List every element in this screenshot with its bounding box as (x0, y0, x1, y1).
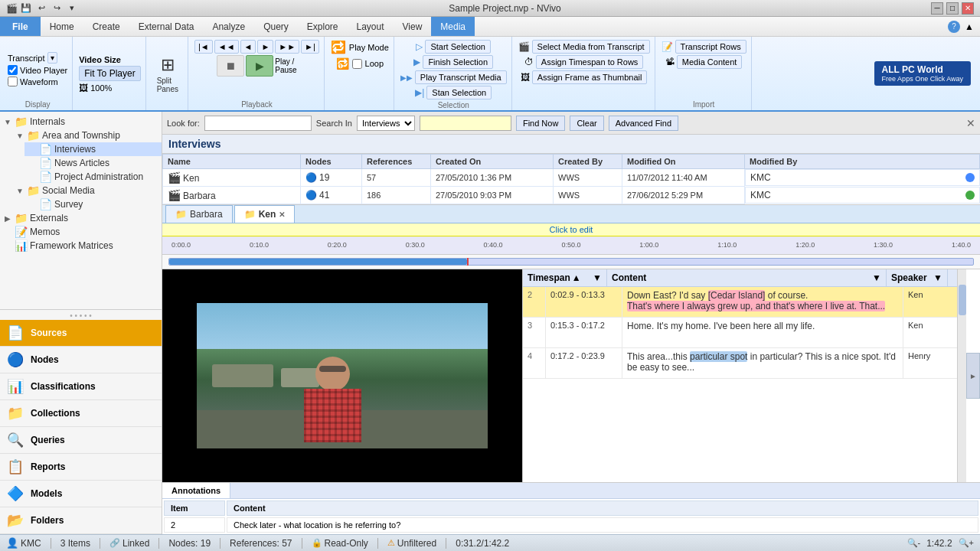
assign-timespan-rows-btn[interactable]: Assign Timespan to Rows (536, 55, 644, 69)
ken-tab-close[interactable]: ✕ (279, 210, 285, 219)
play-transcript-media-btn[interactable]: Play Transcript Media (415, 70, 507, 84)
tree-item-project-admin[interactable]: 📄 Project Administration (24, 170, 162, 184)
menu-media[interactable]: Media (431, 17, 475, 36)
redo-quick-btn[interactable]: ↪ (50, 2, 64, 15)
tab-barbara[interactable]: 📁 Barbara (165, 205, 233, 223)
menu-query[interactable]: Query (254, 17, 298, 36)
table-row[interactable]: 🎬 Ken 🔵 19 57 27/05/2010 1:36 PM WWS 11/… (163, 169, 980, 187)
sidebar-nav-reports[interactable]: 📋 Reports (0, 454, 162, 481)
select-media-from-transcript-btn[interactable]: Select Media from Transcript (532, 40, 650, 54)
tree-item-interviews[interactable]: 📄 Interviews (24, 142, 162, 156)
tree-item-memos[interactable]: 📝 Memos (0, 225, 162, 239)
sidebar-tree[interactable]: ▼ 📁 Internals ▼ 📁 Area and Township 📄 In… (0, 112, 162, 308)
expand-internals[interactable]: ▼ (3, 117, 12, 126)
menu-external-data[interactable]: External Data (129, 17, 204, 36)
advanced-find-btn[interactable]: Advanced Find (609, 116, 678, 131)
timespan-filter-icon[interactable]: ▼ (593, 272, 602, 283)
timeline-track[interactable] (168, 258, 974, 266)
zoom-out-icon[interactable]: 🔍- (907, 538, 921, 548)
sidebar-nav-classifications[interactable]: 📊 Classifications (0, 373, 162, 400)
maximize-btn[interactable]: □ (946, 2, 959, 15)
col-created-by[interactable]: Created By (554, 155, 622, 169)
sidebar-nav-collections[interactable]: 📁 Collections (0, 400, 162, 427)
transcript-row-2[interactable]: 2 0:02.9 - 0:13.3 Down East? I'd say [Ce… (523, 287, 957, 318)
timespan-col-header[interactable]: Timespan ▲ ▼ (523, 269, 607, 286)
menu-explore[interactable]: Explore (298, 17, 348, 36)
transcript-scrollbar[interactable] (957, 269, 966, 482)
ann-col-item[interactable]: Item (164, 500, 225, 516)
ann-col-content[interactable]: Content (227, 500, 978, 516)
sidebar-resize-handle[interactable]: • • • • • (0, 311, 162, 320)
sidebar-nav-nodes[interactable]: 🔵 Nodes (0, 347, 162, 373)
tree-item-framework-matrices[interactable]: 📊 Framework Matrices (0, 239, 162, 253)
menu-layout[interactable]: Layout (348, 17, 394, 36)
tree-item-news-articles[interactable]: 📄 News Articles (24, 156, 162, 170)
col-references[interactable]: References (362, 155, 431, 169)
transcript-rows-btn[interactable]: Transcript Rows (675, 40, 746, 54)
transcript-rows-container[interactable]: 2 0:02.9 - 0:13.3 Down East? I'd say [Ce… (523, 287, 957, 482)
expand-social-media[interactable]: ▼ (15, 186, 24, 195)
tree-item-internals[interactable]: ▼ 📁 Internals (0, 115, 162, 129)
media-content-btn[interactable]: Media Content (677, 55, 743, 69)
split-panes-btn[interactable]: ⊞ SplitPanes (152, 51, 183, 97)
stan-selection-btn[interactable]: Stan Selection (426, 86, 492, 99)
search-in-select[interactable]: Interviews (357, 116, 415, 131)
transcript-dropdown-btn[interactable]: ▾ (47, 52, 57, 64)
nav-first-btn[interactable]: |◄ (194, 40, 213, 54)
start-selection-btn[interactable]: Start Selection (425, 40, 491, 54)
qa-dropdown-btn[interactable]: ▾ (65, 2, 79, 15)
col-modified-by[interactable]: Modified By (745, 155, 980, 169)
expand-externals[interactable]: ▶ (3, 214, 12, 223)
table-row[interactable]: 🎬 Barbara 🔵 41 186 27/05/2010 9:03 PM WW… (163, 187, 980, 204)
tree-item-survey[interactable]: 📄 Survey (24, 197, 162, 211)
ribbon-toggle-icon[interactable]: ▲ (963, 21, 975, 33)
tree-item-social-media[interactable]: ▼ 📁 Social Media (12, 184, 162, 197)
nav-prev-btn[interactable]: ◄ (240, 40, 256, 54)
tab-ken[interactable]: 📁 Ken ✕ (234, 205, 296, 223)
search-text-input[interactable] (420, 116, 511, 131)
menu-create[interactable]: Create (83, 17, 129, 36)
sidebar-nav-sources[interactable]: 📄 Sources (0, 320, 162, 347)
help-icon[interactable]: ? (948, 21, 960, 33)
fit-to-player-btn[interactable]: Fit To Player (79, 66, 140, 81)
menu-view[interactable]: View (394, 17, 432, 36)
video-player-checkbox[interactable] (8, 65, 18, 75)
annotation-row[interactable]: 2 Check later - what location is he refe… (164, 517, 978, 533)
col-created-on[interactable]: Created On (431, 155, 554, 169)
content-filter-icon[interactable]: ▼ (872, 272, 881, 283)
undo-quick-btn[interactable]: ↩ (34, 2, 48, 15)
tree-item-area-township[interactable]: ▼ 📁 Area and Township (12, 129, 162, 142)
close-btn[interactable]: ✕ (962, 2, 974, 15)
transcript-row-4[interactable]: 4 0:17.2 - 0:23.9 This area...this parti… (523, 348, 957, 379)
col-modified-on[interactable]: Modified On (622, 155, 745, 169)
finish-selection-btn[interactable]: Finish Selection (423, 55, 493, 69)
content-col-header[interactable]: Content ▼ (607, 269, 887, 286)
click-to-edit-banner[interactable]: Click to edit (162, 223, 980, 236)
minimize-btn[interactable]: ─ (931, 2, 943, 15)
col-nodes[interactable]: Nodes (301, 155, 362, 169)
sidebar-nav-folders[interactable]: 📂 Folders (0, 507, 162, 534)
waveform-checkbox[interactable] (8, 77, 18, 86)
loop-checkbox[interactable] (352, 59, 362, 69)
speaker-col-header[interactable]: Speaker ▼ (887, 269, 948, 286)
nav-next-btn[interactable]: ► (257, 40, 273, 54)
menu-analyze[interactable]: Analyze (203, 17, 254, 36)
assign-frame-thumbnail-btn[interactable]: Assign Frame as Thumbnail (532, 70, 648, 84)
tree-item-externals[interactable]: ▶ 📁 Externals (0, 211, 162, 225)
expand-area-township[interactable]: ▼ (15, 131, 24, 140)
find-now-btn[interactable]: Find Now (516, 116, 565, 131)
sidebar-nav-queries[interactable]: 🔍 Queries (0, 427, 162, 454)
stop-btn[interactable]: ⏹ (217, 55, 244, 77)
transcript-row-3[interactable]: 3 0:15.3 - 0:17.2 Home. It's my home. I'… (523, 318, 957, 348)
zoom-in-icon[interactable]: 🔍+ (959, 538, 974, 548)
collapse-btn[interactable]: ► (966, 353, 980, 399)
search-close-btn[interactable]: ✕ (966, 117, 975, 129)
save-quick-btn[interactable]: 💾 (19, 2, 33, 15)
nav-next-row-btn[interactable]: ►► (275, 40, 299, 54)
search-input[interactable] (204, 116, 312, 131)
play-pause-btn[interactable]: ▶ (246, 55, 273, 77)
scrollbar-thumb[interactable] (959, 285, 966, 315)
menu-file[interactable]: File (0, 17, 41, 36)
clear-btn[interactable]: Clear (570, 116, 603, 131)
nav-last-btn[interactable]: ►| (301, 40, 319, 54)
